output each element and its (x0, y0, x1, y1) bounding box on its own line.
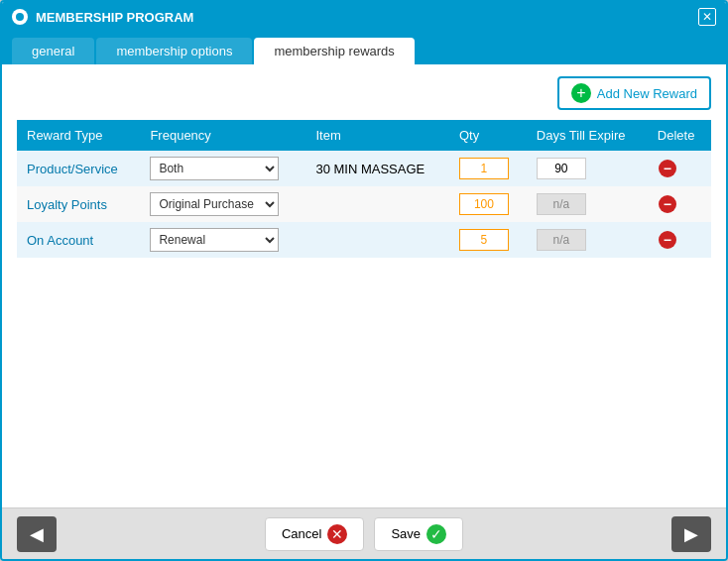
table-row: Loyalty Points Both Original Purchase Re… (17, 186, 711, 222)
save-label: Save (391, 526, 421, 541)
frequency-select[interactable]: Both Original Purchase Renewal (150, 192, 279, 216)
qty-input[interactable] (459, 158, 509, 179)
tab-membership-options[interactable]: membership options (96, 38, 252, 64)
col-header-days-till-expire: Days Till Expire (527, 120, 648, 151)
table-row: On Account Both Original Purchase Renewa… (17, 222, 711, 258)
col-header-item: Item (305, 120, 449, 151)
tab-bar: general membership options membership re… (2, 32, 726, 64)
reward-type-cell: Product/Service (17, 151, 140, 186)
col-header-qty: Qty (449, 120, 527, 151)
item-cell (305, 222, 449, 258)
delete-cell: − (648, 222, 711, 258)
table-row: Product/Service Both Original Purchase R… (17, 151, 711, 186)
prev-button[interactable]: ◀ (17, 516, 57, 552)
qty-cell (449, 186, 527, 222)
qty-cell (449, 151, 527, 186)
col-header-delete: Delete (648, 120, 711, 151)
add-icon: + (571, 83, 591, 103)
days-cell (527, 151, 648, 186)
save-icon: ✓ (426, 524, 446, 544)
item-cell: 30 MIN MASSAGE (305, 151, 449, 186)
qty-input[interactable] (459, 193, 509, 215)
toolbar: + Add New Reward (17, 76, 711, 110)
delete-icon: − (659, 231, 676, 249)
delete-button[interactable]: − (658, 194, 677, 214)
frequency-cell: Both Original Purchase Renewal (140, 151, 305, 186)
rewards-table: Reward Type Frequency Item Qty Days Till… (17, 120, 711, 258)
frequency-cell: Both Original Purchase Renewal (140, 186, 305, 222)
qty-input[interactable] (459, 229, 509, 251)
frequency-select[interactable]: Both Original Purchase Renewal (150, 157, 279, 180)
days-cell (527, 222, 648, 258)
frequency-cell: Both Original Purchase Renewal (140, 222, 305, 258)
svg-point-0 (16, 13, 24, 21)
next-button[interactable]: ▶ (671, 516, 711, 552)
cancel-label: Cancel (282, 526, 321, 541)
reward-type-cell: Loyalty Points (17, 186, 140, 222)
days-na-field (537, 193, 586, 215)
delete-cell: − (648, 186, 711, 222)
qty-cell (449, 222, 527, 258)
cancel-icon: ✕ (327, 524, 347, 544)
app-icon (12, 9, 28, 25)
cancel-button[interactable]: Cancel ✕ (265, 517, 364, 551)
footer-center: Cancel ✕ Save ✓ (265, 517, 463, 551)
frequency-select[interactable]: Both Original Purchase Renewal (150, 228, 279, 252)
close-button[interactable]: ✕ (698, 8, 716, 26)
delete-button[interactable]: − (658, 230, 677, 250)
days-na-field (537, 229, 586, 251)
tab-general[interactable]: general (12, 38, 94, 64)
footer: ◀ Cancel ✕ Save ✓ ▶ (2, 507, 726, 559)
days-input[interactable] (537, 158, 586, 179)
main-content: + Add New Reward Reward Type Frequency I… (2, 64, 726, 507)
titlebar-left: MEMBERSHIP PROGRAM (12, 9, 193, 25)
delete-cell: − (648, 151, 711, 186)
item-cell (305, 186, 449, 222)
add-button-label: Add New Reward (597, 86, 697, 101)
delete-button[interactable]: − (658, 159, 677, 178)
reward-type-cell: On Account (17, 222, 140, 258)
days-cell (527, 186, 648, 222)
add-new-reward-button[interactable]: + Add New Reward (557, 76, 711, 110)
col-header-reward-type: Reward Type (17, 120, 140, 151)
window-title: MEMBERSHIP PROGRAM (36, 10, 193, 25)
col-header-frequency: Frequency (140, 120, 305, 151)
delete-icon: − (659, 160, 676, 177)
prev-icon: ◀ (30, 523, 44, 545)
save-button[interactable]: Save ✓ (374, 517, 463, 551)
titlebar: MEMBERSHIP PROGRAM ✕ (2, 2, 726, 32)
delete-icon: − (659, 195, 676, 213)
tab-membership-rewards[interactable]: membership rewards (254, 38, 414, 64)
table-header-row: Reward Type Frequency Item Qty Days Till… (17, 120, 711, 151)
main-window: MEMBERSHIP PROGRAM ✕ general membership … (0, 0, 728, 561)
next-icon: ▶ (684, 523, 698, 545)
